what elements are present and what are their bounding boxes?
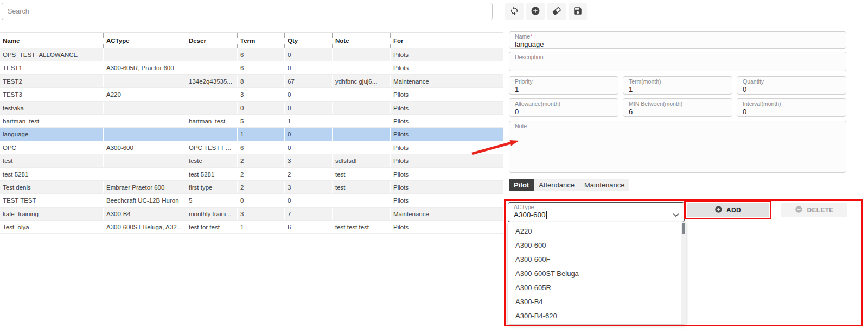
search-input[interactable] bbox=[2, 3, 493, 20]
table-cell: Pilots bbox=[390, 181, 441, 193]
table-cell: Test_olya bbox=[0, 221, 103, 233]
table-cell: OPS_TEST_ALLOWANCE bbox=[0, 48, 103, 61]
table-row[interactable]: hartman_testhartman_test51Pilots bbox=[0, 115, 503, 128]
dropdown-option[interactable]: A300-600 bbox=[508, 238, 681, 253]
table-row[interactable]: TEST2134e2q43535...867ydhfbnc gjuj6...Ma… bbox=[0, 75, 503, 88]
table-cell: 3 bbox=[237, 208, 284, 220]
table-cell: 8 bbox=[237, 75, 284, 87]
column-header-for[interactable]: For bbox=[390, 33, 441, 48]
column-header-note[interactable]: Note bbox=[332, 33, 390, 48]
dropdown-scrollbar-thumb[interactable] bbox=[682, 223, 685, 234]
table-cell bbox=[441, 141, 503, 154]
table-cell: A300-B4 bbox=[103, 208, 186, 220]
table-cell bbox=[103, 168, 186, 180]
delete-button[interactable]: DELETE bbox=[781, 203, 847, 217]
quantity-field[interactable]: Quantity 0 bbox=[737, 76, 846, 95]
table-cell: 0 bbox=[284, 102, 332, 114]
table-cell bbox=[332, 88, 390, 100]
add-button[interactable]: ADD bbox=[687, 203, 769, 217]
term-month-field[interactable]: Term(month) 1 bbox=[623, 76, 732, 95]
table-cell: test 5281 bbox=[186, 168, 237, 180]
delete-button-label: DELETE bbox=[807, 206, 833, 214]
table-row[interactable]: testvika00Pilots bbox=[0, 102, 503, 115]
save-button[interactable] bbox=[569, 3, 587, 20]
min-between-month-label: MIN Between(month) bbox=[629, 100, 726, 108]
table-row[interactable]: testteste23sdfsfsdfPilots bbox=[0, 154, 503, 167]
table-cell: OPC bbox=[0, 141, 103, 154]
actype-combobox[interactable]: ACType A300-600 bbox=[508, 202, 685, 222]
table-cell bbox=[441, 128, 503, 140]
actype-combobox-label: ACType bbox=[514, 204, 679, 211]
table-row[interactable]: kate_trainingA300-B4monthly traini...37M… bbox=[0, 208, 503, 221]
actype-combobox-value: A300-600 bbox=[514, 211, 546, 219]
refresh-icon bbox=[509, 6, 519, 17]
table-cell bbox=[103, 128, 186, 140]
tab-maintenance[interactable]: Maintenance bbox=[579, 179, 629, 191]
records-table: NameACTypeDescrTermQtyNoteFor OPS_TEST_A… bbox=[0, 32, 503, 234]
add-record-button[interactable] bbox=[526, 3, 545, 20]
table-cell: 0 bbox=[284, 128, 332, 140]
name-field[interactable]: Name* language bbox=[509, 31, 846, 49]
column-header-descr[interactable]: Descr bbox=[186, 33, 237, 48]
column-header-name[interactable]: Name bbox=[0, 33, 103, 48]
dropdown-option[interactable]: A300-B4-620 bbox=[508, 309, 681, 323]
table-cell bbox=[441, 168, 503, 180]
min-between-month-field[interactable]: MIN Between(month) 6 bbox=[623, 98, 732, 117]
dropdown-scrollbar[interactable] bbox=[681, 222, 686, 324]
table-cell: 3 bbox=[237, 88, 284, 100]
table-row[interactable]: Test_olyaA300-600ST Beluga, A32...test f… bbox=[0, 221, 503, 234]
toolbar bbox=[505, 3, 587, 20]
column-header-blank[interactable] bbox=[441, 33, 503, 48]
priority-field[interactable]: Priority 1 bbox=[509, 76, 618, 95]
table-row[interactable]: OPS_TEST_ALLOWANCE60Pilots bbox=[0, 48, 503, 61]
table-cell: 134e2q43535... bbox=[186, 75, 237, 87]
tab-pilot[interactable]: Pilot bbox=[509, 179, 534, 191]
table-cell bbox=[103, 115, 186, 127]
table-cell bbox=[441, 221, 503, 233]
dropdown-option[interactable]: A300-B4 bbox=[508, 295, 681, 309]
chevron-down-icon[interactable] bbox=[673, 210, 679, 219]
table-row[interactable]: TEST3A22030Pilots bbox=[0, 88, 503, 101]
dropdown-option[interactable]: A300-600F bbox=[508, 253, 681, 267]
table-cell: test for test bbox=[186, 221, 237, 233]
table-row[interactable]: language10Pilots bbox=[0, 128, 503, 141]
table-cell: 1 bbox=[237, 128, 284, 140]
table-row[interactable]: test 5281test 528122testPilots bbox=[0, 168, 503, 181]
table-cell: 6 bbox=[237, 48, 284, 61]
priority-label: Priority bbox=[515, 78, 612, 85]
tab-attendance[interactable]: Attendance bbox=[534, 179, 579, 191]
interval-month-field[interactable]: Interval(month) 0 bbox=[737, 98, 846, 117]
table-row[interactable]: TEST TESTBeechcraft UC-12B Huron500Pilot… bbox=[0, 194, 503, 207]
table-cell: 5 bbox=[186, 194, 237, 206]
table-cell: Pilots bbox=[390, 115, 441, 127]
dropdown-option[interactable]: A300-605R bbox=[508, 281, 681, 295]
column-header-qty[interactable]: Qty bbox=[284, 33, 332, 48]
table-cell: test test test bbox=[332, 221, 390, 233]
allowance-month-field[interactable]: Allowance(month) 0 bbox=[509, 98, 618, 117]
table-row[interactable]: TEST1A300-605R, Praetor 60060Pilots bbox=[0, 61, 503, 74]
table-cell: 2 bbox=[237, 181, 284, 193]
table-cell bbox=[332, 115, 390, 127]
table-cell bbox=[332, 194, 390, 206]
table-cell bbox=[441, 154, 503, 167]
table-cell bbox=[186, 61, 237, 74]
table-cell bbox=[441, 75, 503, 87]
table-cell: 6 bbox=[237, 61, 284, 74]
clear-button[interactable] bbox=[547, 3, 566, 20]
note-textarea[interactable]: Note bbox=[509, 121, 846, 173]
table-cell: kate_training bbox=[0, 208, 103, 220]
table-cell: A220 bbox=[103, 88, 186, 100]
refresh-button[interactable] bbox=[505, 3, 524, 20]
description-field[interactable]: Description bbox=[509, 52, 846, 71]
table-row[interactable]: OPCA300-600OPC TEST FO...60Pilots bbox=[0, 141, 503, 154]
table-cell: OPC TEST FO... bbox=[186, 141, 237, 154]
name-field-label: Name bbox=[515, 33, 530, 40]
column-header-term[interactable]: Term bbox=[237, 33, 284, 48]
table-cell: Pilots bbox=[390, 221, 441, 233]
column-header-actype[interactable]: ACType bbox=[103, 33, 186, 48]
table-cell: Pilots bbox=[390, 48, 441, 61]
dropdown-option[interactable]: A220 bbox=[508, 224, 681, 238]
dropdown-option[interactable]: A300-600ST Beluga bbox=[508, 267, 681, 281]
table-cell: Pilots bbox=[390, 128, 441, 140]
table-row[interactable]: Test denisEmbraer Praetor 600first type2… bbox=[0, 181, 503, 194]
